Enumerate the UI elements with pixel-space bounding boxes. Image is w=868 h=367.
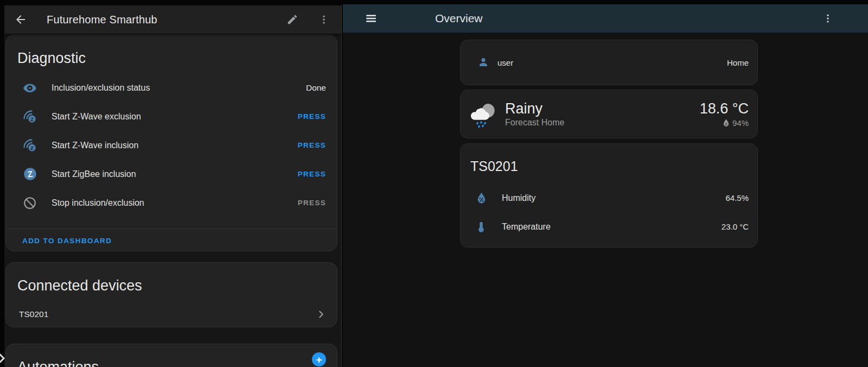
- row-zwave-exclusion[interactable]: Z Start Z-Wave exclusion PRESS: [6, 102, 337, 131]
- arrow-left-icon: [14, 13, 27, 26]
- chevron-right-icon: [315, 308, 327, 320]
- svg-text:Z: Z: [30, 116, 34, 122]
- dashboard-app-bar: Overview: [343, 4, 868, 33]
- press-action[interactable]: PRESS: [298, 170, 326, 178]
- add-to-dashboard-button[interactable]: ADD TO DASHBOARD: [22, 237, 112, 245]
- diagnostic-card-title: Diagnostic: [6, 35, 337, 67]
- row-label: Start ZigBee inclusion: [52, 169, 298, 179]
- thermometer-icon: [475, 220, 488, 233]
- temperature-row[interactable]: Temperature 23.0 °C: [461, 212, 757, 241]
- press-action[interactable]: PRESS: [298, 141, 326, 149]
- overview-dashboard-panel: Overview user Home: [343, 4, 868, 367]
- humidity-value: 64.5%: [725, 193, 749, 203]
- row-label: Humidity: [502, 193, 725, 203]
- connected-devices-card: Connected devices TS0201: [5, 262, 337, 327]
- humidity-drop-icon: [723, 119, 730, 127]
- weather-temperature: 18.6 °C: [700, 100, 749, 117]
- person-icon: [477, 56, 490, 69]
- zigbee-icon: Z: [22, 167, 37, 182]
- device-name: TS0201: [19, 309, 315, 319]
- sensor-card-title: TS0201: [461, 144, 757, 174]
- automations-title: Automations: [6, 344, 312, 367]
- diagnostic-rows: Inclusion/exclusion status Done Z Start …: [6, 73, 337, 217]
- dashboard-title: Overview: [435, 12, 819, 25]
- row-label: Start Z-Wave inclusion: [52, 141, 298, 150]
- eye-icon: [22, 80, 37, 96]
- sensor-card: TS0201 Humidity 64.5% Temperature 23.0 °…: [460, 143, 758, 248]
- row-zigbee-inclusion[interactable]: Z Start ZigBee inclusion PRESS: [6, 160, 337, 188]
- corner-chevron-icon: [0, 351, 5, 366]
- dashboard-overflow-menu-button[interactable]: [819, 10, 837, 27]
- user-card[interactable]: user Home: [460, 40, 758, 85]
- hamburger-icon: [365, 12, 378, 25]
- diagnostic-card: Diagnostic Inclusion/exclusion status Do…: [5, 35, 337, 251]
- humidity-icon: [475, 192, 488, 205]
- temperature-value: 23.0 °C: [722, 222, 749, 231]
- left-overflow-menu-button[interactable]: [315, 11, 333, 28]
- weather-condition: Rainy: [505, 100, 564, 117]
- pencil-icon: [286, 14, 298, 26]
- back-button[interactable]: [12, 11, 29, 28]
- svg-text:Z: Z: [30, 144, 34, 150]
- menu-button[interactable]: [362, 10, 380, 27]
- row-zwave-inclusion[interactable]: Z Start Z-Wave inclusion PRESS: [6, 131, 337, 160]
- z-wave-icon: Z: [22, 138, 37, 153]
- block-icon: [22, 195, 37, 211]
- add-automation-button[interactable]: +: [312, 352, 326, 366]
- device-detail-panel: Futurehome Smarthub Diagnostic Inclusion…: [4, 5, 342, 367]
- press-action-disabled: PRESS: [298, 199, 326, 207]
- press-action[interactable]: PRESS: [298, 112, 326, 121]
- connected-device-row[interactable]: TS0201: [6, 302, 337, 327]
- row-label: Temperature: [502, 222, 722, 232]
- kebab-menu-icon: [318, 14, 329, 25]
- z-wave-icon: Z: [22, 109, 37, 124]
- weather-subtitle: Forecast Home: [505, 118, 564, 128]
- weather-humidity-value: 94%: [732, 118, 749, 128]
- kebab-menu-icon: [822, 13, 833, 24]
- row-label: Inclusion/exclusion status: [52, 83, 306, 93]
- row-stop-inclusion[interactable]: Stop inclusion/exclusion PRESS: [6, 188, 337, 217]
- row-value-status: Done: [306, 83, 326, 93]
- weather-rainy-icon: [470, 99, 497, 129]
- left-app-bar: Futurehome Smarthub: [4, 5, 341, 34]
- automations-card: Automations +: [5, 344, 337, 367]
- user-location: Home: [727, 58, 749, 67]
- row-label: Start Z-Wave exclusion: [52, 112, 298, 122]
- edit-button[interactable]: [284, 11, 301, 28]
- humidity-row[interactable]: Humidity 64.5%: [461, 184, 757, 212]
- device-title: Futurehome Smarthub: [47, 14, 157, 26]
- connected-devices-title: Connected devices: [6, 263, 337, 294]
- user-name: user: [497, 58, 727, 67]
- row-label: Stop inclusion/exclusion: [52, 198, 298, 208]
- row-inclusion-status[interactable]: Inclusion/exclusion status Done: [6, 73, 337, 102]
- diagnostic-card-footer: ADD TO DASHBOARD: [6, 229, 337, 251]
- weather-card[interactable]: Rainy Forecast Home 18.6 °C 94%: [460, 90, 758, 138]
